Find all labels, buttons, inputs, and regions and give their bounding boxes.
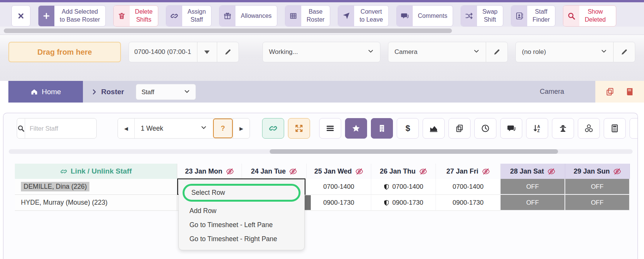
shift-value: 0700-1400 <box>323 183 354 191</box>
day-header[interactable]: 26 Jan Thu <box>371 164 436 179</box>
table-scrollbar-thumb[interactable] <box>270 149 558 154</box>
favourites-button[interactable] <box>345 118 367 139</box>
chat-icon <box>507 124 516 133</box>
menu-lines-button[interactable] <box>319 118 341 139</box>
expand-view-button[interactable] <box>288 118 310 139</box>
shift-edit-button[interactable] <box>217 42 239 62</box>
eye-slash-icon[interactable] <box>482 167 490 175</box>
shield-icon <box>383 199 390 206</box>
role-edit-button[interactable] <box>614 42 635 62</box>
location-edit-button[interactable] <box>486 42 507 62</box>
table-scrollbar-track[interactable] <box>9 149 633 154</box>
copy-pages-icon[interactable] <box>605 87 615 96</box>
staff-name-cell[interactable]: HYDE, Murray (Mouse) (223) <box>15 195 177 211</box>
swap-shift-button[interactable]: SwapShift <box>461 5 503 27</box>
svg-text:A: A <box>537 125 540 129</box>
pencil-icon <box>224 48 232 56</box>
comments-label: Comments <box>413 6 453 26</box>
shift-cell-off[interactable]: OFF <box>565 179 630 195</box>
convert-to-leave-label: Convertto Leave <box>354 6 388 26</box>
role-select[interactable]: (no role) <box>516 42 613 62</box>
eye-slash-icon[interactable] <box>355 167 363 175</box>
eye-slash-icon[interactable] <box>226 167 234 175</box>
shift-select-caret[interactable] <box>197 42 217 62</box>
shift-cell[interactable]: 0700-1400 <box>371 179 436 195</box>
sort-az-button[interactable]: AZ <box>526 118 548 139</box>
status-select[interactable]: Working... <box>262 42 380 62</box>
assign-staff-button[interactable]: AssignStaff <box>166 5 211 27</box>
breadcrumb-home-tab[interactable]: Home <box>8 81 83 103</box>
day-header[interactable]: 25 Jan Wed <box>307 164 371 179</box>
roster-panel: ◀ 1 Week ? ▶ Link / Unlink Staff23 Jan M… <box>3 113 638 259</box>
calculator-button[interactable] <box>604 118 626 139</box>
more-clipped-button[interactable] <box>630 118 638 139</box>
eye-slash-icon[interactable] <box>547 167 555 175</box>
shift-cell[interactable]: 0900-1730 <box>307 195 371 211</box>
prev-week-button[interactable]: ◀ <box>118 118 135 138</box>
help-button[interactable]: ? <box>213 118 233 138</box>
shift-cell[interactable]: 0700-1400 <box>436 179 501 195</box>
toolbar-scrollbar-thumb[interactable] <box>4 28 452 33</box>
shuffle-icon <box>461 6 477 26</box>
toolbar-scrollbar-track[interactable] <box>0 27 644 35</box>
magnifier-icon <box>563 6 579 26</box>
next-week-button[interactable]: ▶ <box>233 118 250 138</box>
filter-staff-input[interactable] <box>25 118 97 138</box>
day-label: 24 Jan Tue <box>251 167 286 175</box>
locations-button[interactable] <box>371 118 393 139</box>
eye-slash-icon[interactable] <box>419 167 427 175</box>
spy-icon <box>558 124 568 133</box>
link-unlink-staff-header[interactable]: Link / Unlink Staff <box>15 164 177 179</box>
comments-button[interactable]: Comments <box>396 5 453 27</box>
groups-button[interactable] <box>578 118 600 139</box>
shift-select-value[interactable]: 0700-1400 (07:00-1 <box>129 42 197 62</box>
costs-button[interactable]: $ <box>397 118 419 139</box>
shift-cell-off[interactable]: OFF <box>501 195 565 211</box>
location-select[interactable]: Camera <box>388 42 486 62</box>
allowances-button[interactable]: Allowances <box>219 5 277 27</box>
drag-from-here-button[interactable]: Drag from here <box>8 42 121 62</box>
link-staff-button[interactable] <box>262 118 284 139</box>
staff-name-cell[interactable]: DEMILLE, Dina (226) <box>15 179 177 195</box>
eye-slash-icon[interactable] <box>613 167 621 175</box>
clock-icon <box>481 124 490 133</box>
add-selected-to-base-roster-button[interactable]: Add Selectedto Base Roster <box>38 5 106 27</box>
convert-to-leave-button[interactable]: Convertto Leave <box>338 5 388 27</box>
home-label: Home <box>42 88 61 96</box>
times-button[interactable] <box>474 118 496 139</box>
search-icon-segment <box>17 118 25 138</box>
day-header[interactable]: 27 Jan Fri <box>436 164 501 179</box>
anonymous-button[interactable] <box>552 118 574 139</box>
deselect-button[interactable] <box>11 5 30 27</box>
day-label: 27 Jan Fri <box>446 167 478 175</box>
shift-cell[interactable]: 0900-1730 <box>436 195 501 211</box>
week-range-select[interactable]: 1 Week <box>135 118 213 138</box>
book-icon[interactable] <box>625 87 634 96</box>
shift-cell[interactable]: 0900-1730 <box>371 195 436 211</box>
day-header[interactable]: 24 Jan Tue <box>242 164 307 179</box>
day-header[interactable]: 28 Jan Sat <box>501 164 565 179</box>
shift-cell-off[interactable]: OFF <box>565 195 630 211</box>
day-header[interactable]: 29 Jan Sun <box>565 164 630 179</box>
shift-cell-off[interactable]: OFF <box>501 179 565 195</box>
delete-shifts-button[interactable]: DeleteShifts <box>113 5 158 27</box>
show-deleted-button[interactable]: ShowDeleted <box>563 5 616 27</box>
breadcrumb-roster[interactable]: Roster <box>91 81 124 103</box>
base-roster-button[interactable]: BaseRoster <box>285 5 330 27</box>
context-menu-item[interactable]: Go to Timesheet - Left Pane <box>179 218 304 232</box>
shift-cell[interactable]: 0700-1400 <box>307 179 371 195</box>
chat-button[interactable] <box>500 118 522 139</box>
stats-chart-button[interactable] <box>423 118 445 139</box>
chain-icon <box>269 124 278 133</box>
eye-slash-icon[interactable] <box>289 167 297 175</box>
copy-roster-button[interactable] <box>448 118 471 139</box>
staff-finder-button[interactable]: StaffFinder <box>511 5 555 27</box>
week-range-value: 1 Week <box>141 125 163 133</box>
context-menu-item[interactable]: Go to Timesheet - Right Pane <box>179 232 304 246</box>
shift-value: 0900-1730 <box>392 199 423 207</box>
shield-icon <box>383 183 390 190</box>
view-select[interactable]: Staff <box>136 84 196 100</box>
context-menu-item[interactable]: Select Row <box>184 186 299 200</box>
day-header[interactable]: 23 Jan Mon <box>177 164 242 179</box>
context-menu-item[interactable]: Add Row <box>179 204 304 218</box>
